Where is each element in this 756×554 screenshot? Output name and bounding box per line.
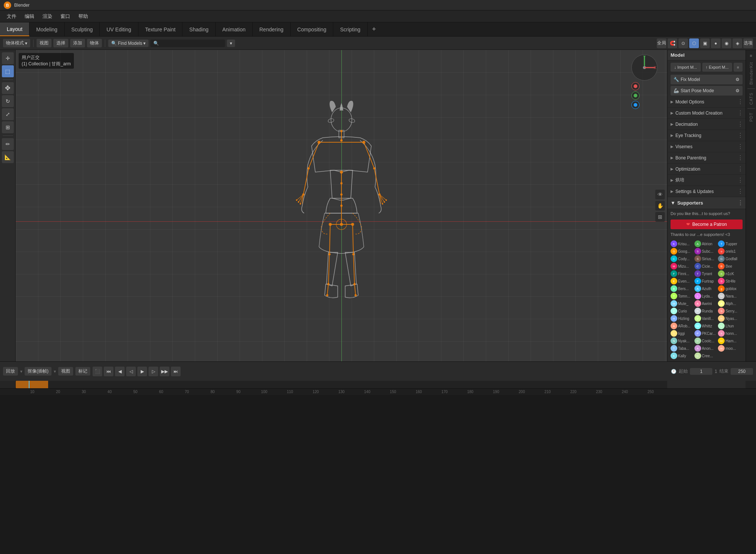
annotate-tool[interactable]: ✏: [2, 138, 14, 150]
pdt-label: PDT: [749, 111, 753, 123]
optimization-header[interactable]: ▶ Optimization ⋮: [668, 164, 746, 174]
eye-tracking-header[interactable]: ▶ Eye Tracking ⋮: [668, 130, 746, 141]
tab-scripting[interactable]: Scripting: [333, 22, 367, 36]
visemes-header[interactable]: ▶ Visemes ⋮: [668, 141, 746, 152]
gizmo-toggle-x[interactable]: [631, 82, 640, 90]
custom-model-section: ▶ Custom Model Creation ⋮: [668, 108, 746, 119]
next-keyframe-button[interactable]: ▷: [149, 367, 158, 376]
supporter-name: Bers...: [678, 287, 689, 291]
tab-rendering[interactable]: Rendering: [253, 22, 291, 36]
tn-150: 150: [380, 390, 406, 394]
gizmo-toggle-z[interactable]: [631, 101, 640, 109]
prev-keyframe-button[interactable]: ◁: [126, 367, 136, 376]
panel-options-button[interactable]: ≡: [734, 63, 743, 72]
object-mode-selector[interactable]: 物体模式 ▾: [3, 39, 30, 47]
tab-layout[interactable]: Layout: [0, 22, 29, 36]
shading-material[interactable]: ◉: [722, 38, 731, 48]
fix-model-button[interactable]: 🔧 Fix Model ⚙: [671, 75, 743, 84]
baking-menu[interactable]: ⋮: [737, 177, 743, 184]
decimation-header[interactable]: ▶ Decimation ⋮: [668, 119, 746, 130]
select-box-tool[interactable]: ⬚: [2, 65, 14, 77]
hand-tool-icon[interactable]: ✋: [655, 201, 665, 211]
view-settings-icon[interactable]: 👁: [655, 190, 665, 199]
find-models-options[interactable]: ▾: [227, 40, 235, 47]
next-frame-button[interactable]: ▶▶: [160, 367, 169, 376]
playback-menu[interactable]: 回放: [3, 367, 18, 376]
tab-sculpting[interactable]: Sculpting: [65, 22, 100, 36]
export-model-button[interactable]: ↑ Export M...: [702, 63, 732, 72]
settings-updates-header[interactable]: ▶ Settings & Updates ⋮: [668, 186, 746, 197]
start-pose-mode-button[interactable]: 🦾 Start Pose Mode ⚙: [671, 86, 743, 96]
frame-end-input[interactable]: 250: [731, 368, 753, 375]
bone-parenting-header[interactable]: ▶ Bone Parenting ⋮: [668, 152, 746, 163]
import-model-button[interactable]: ↓ Import M...: [671, 63, 701, 72]
supporters-menu[interactable]: ⋮: [737, 199, 743, 206]
view-menu[interactable]: 视图: [37, 39, 51, 47]
keying-menu[interactable]: 抠像(插帧): [25, 367, 51, 376]
gizmo-toggle-y[interactable]: [631, 91, 640, 100]
jump-start-button[interactable]: ⏮: [104, 367, 113, 376]
options-btn[interactable]: 选项: [743, 38, 753, 48]
grid-view-icon[interactable]: ⊞: [655, 212, 665, 222]
timeline-track[interactable]: [16, 381, 667, 388]
viewport-gizmo[interactable]: X Y: [631, 55, 661, 84]
tab-modeling[interactable]: Modeling: [29, 22, 65, 36]
3d-viewport[interactable]: 用户正交 (1) Collection | 甘雨_arm: [16, 50, 667, 361]
jump-end-button[interactable]: ⏭: [171, 367, 181, 376]
prev-frame-button[interactable]: ◀: [115, 367, 125, 376]
blenderkit-toggle[interactable]: ≡: [747, 52, 755, 60]
add-menu[interactable]: 添加: [70, 39, 85, 47]
find-models-search[interactable]: 🔍: [150, 40, 225, 47]
bone-parenting-menu[interactable]: ⋮: [737, 154, 743, 161]
menu-edit[interactable]: 编辑: [21, 12, 38, 21]
custom-model-header[interactable]: ▶ Custom Model Creation ⋮: [668, 108, 746, 118]
cursor-tool[interactable]: ✛: [2, 52, 14, 64]
rotate-tool[interactable]: ↻: [2, 95, 14, 107]
menu-file[interactable]: 文件: [3, 12, 20, 21]
measure-tool[interactable]: 📐: [2, 151, 14, 163]
custom-model-menu[interactable]: ⋮: [737, 109, 743, 116]
snap-toggle[interactable]: 🧲: [668, 38, 677, 48]
tab-uv-editing[interactable]: UV Editing: [100, 22, 138, 36]
tab-compositing[interactable]: Compositing: [291, 22, 334, 36]
model-options-menu[interactable]: ⋮: [737, 98, 743, 105]
xray-toggle[interactable]: ▣: [700, 38, 710, 48]
supporter-item: TTupper: [718, 240, 741, 247]
find-models-dropdown[interactable]: 🔍 Find Models ▾: [108, 40, 149, 47]
visemes-menu[interactable]: ⋮: [737, 143, 743, 150]
optimization-menu[interactable]: ⋮: [737, 165, 743, 172]
marker-menu[interactable]: 标记: [75, 367, 90, 376]
menu-render[interactable]: 渲染: [39, 12, 56, 21]
scale-tool[interactable]: ⤢: [2, 108, 14, 120]
shading-solid[interactable]: ●: [711, 38, 721, 48]
model-options-header[interactable]: ▶ Model Options ⋮: [668, 96, 746, 107]
select-menu[interactable]: 选择: [53, 39, 68, 47]
add-workspace-button[interactable]: +: [368, 22, 381, 36]
stop-button[interactable]: ⬛: [93, 367, 102, 376]
frame-end-label: 结束: [719, 368, 728, 374]
global-local-toggle[interactable]: 全局: [657, 38, 666, 48]
object-menu[interactable]: 物体: [87, 39, 102, 47]
supporters-section-header[interactable]: ▼ Supporters ⋮: [668, 197, 746, 209]
menu-help[interactable]: 帮助: [75, 12, 92, 21]
tn-10: 10: [19, 390, 45, 394]
settings-updates-menu[interactable]: ⋮: [737, 188, 743, 195]
decimation-menu[interactable]: ⋮: [737, 121, 743, 128]
become-patron-button[interactable]: ❤ Become a Patron: [671, 220, 743, 229]
tab-shading[interactable]: Shading: [182, 22, 215, 36]
shading-rendered[interactable]: ◈: [732, 38, 742, 48]
bone-parenting-arrow: ▶: [671, 156, 674, 160]
transform-tool[interactable]: ⊞: [2, 121, 14, 133]
baking-header[interactable]: ▶ 烘培 ⋮: [668, 175, 746, 186]
tab-animation[interactable]: Animation: [216, 22, 253, 36]
view-menu-timeline[interactable]: 视图: [58, 367, 73, 376]
overlay-toggle[interactable]: ⬡: [689, 38, 699, 48]
menu-window[interactable]: 窗口: [57, 12, 74, 21]
decimation-arrow: ▶: [671, 122, 674, 126]
tab-texture-paint[interactable]: Texture Paint: [138, 22, 183, 36]
play-button[interactable]: ▶: [137, 367, 147, 376]
eye-tracking-menu[interactable]: ⋮: [737, 132, 743, 139]
frame-start-input[interactable]: 1: [690, 368, 712, 375]
proportional-edit[interactable]: ⊙: [678, 38, 688, 48]
move-tool[interactable]: ✥: [2, 82, 14, 94]
